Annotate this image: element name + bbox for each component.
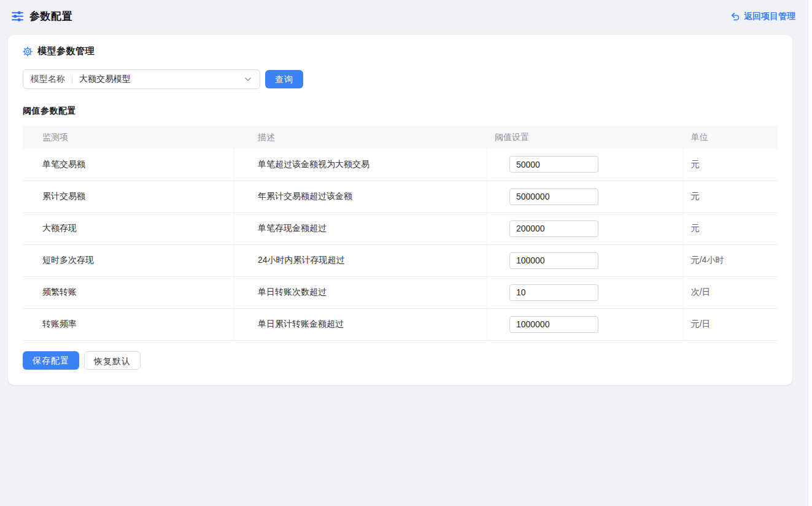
model-name-label: 模型名称 bbox=[31, 74, 65, 85]
monitor-item-cell: 转账频率 bbox=[23, 308, 234, 340]
gear-icon bbox=[23, 47, 33, 56]
description-cell: 单日转账次数超过 bbox=[234, 276, 487, 308]
threshold-input[interactable] bbox=[509, 220, 598, 237]
back-link-label: 返回项目管理 bbox=[744, 11, 795, 22]
model-parameter-card: 模型参数管理 模型名称 大额交易模型 查询 阈值参数配置 监测项 描述 阈值设置… bbox=[8, 35, 792, 385]
description-cell: 单日累计转账金额超过 bbox=[234, 308, 487, 340]
threshold-cell bbox=[487, 276, 683, 308]
model-name-value: 大额交易模型 bbox=[79, 74, 244, 85]
table-row: 短时多次存现 24小时内累计存现超过 元/4小时 bbox=[23, 244, 778, 276]
threshold-input[interactable] bbox=[509, 252, 598, 269]
monitor-item-cell: 单笔交易额 bbox=[23, 149, 234, 181]
col-header-item: 监测项 bbox=[23, 126, 234, 149]
filter-row: 模型名称 大额交易模型 查询 bbox=[23, 69, 778, 89]
chevron-down-icon bbox=[244, 75, 252, 84]
threshold-cell bbox=[487, 244, 683, 276]
table-header-row: 监测项 描述 阈值设置 单位 bbox=[23, 126, 778, 149]
threshold-input[interactable] bbox=[509, 189, 598, 205]
undo-icon bbox=[730, 12, 740, 21]
table-row: 大额存现 单笔存现金额超过 元 bbox=[23, 212, 778, 244]
threshold-table-body: 单笔交易额 单笔超过该金额视为大额交易 元 累计交易额 年累计交易额超过该金额 … bbox=[23, 149, 778, 340]
threshold-cell bbox=[487, 181, 683, 212]
unit-cell: 元 bbox=[683, 181, 778, 212]
panel-title: 模型参数管理 bbox=[37, 45, 95, 57]
col-header-desc: 描述 bbox=[234, 126, 487, 149]
col-header-value: 阈值设置 bbox=[487, 126, 683, 149]
sliders-icon bbox=[11, 10, 24, 23]
threshold-input[interactable] bbox=[509, 156, 598, 173]
table-row: 转账频率 单日累计转账金额超过 元/日 bbox=[23, 308, 778, 340]
query-button[interactable]: 查询 bbox=[265, 70, 303, 88]
back-to-project-link[interactable]: 返回项目管理 bbox=[730, 11, 795, 22]
unit-cell: 元/4小时 bbox=[683, 244, 778, 276]
description-cell: 单笔存现金额超过 bbox=[234, 212, 487, 244]
model-name-select[interactable]: 模型名称 大额交易模型 bbox=[23, 69, 260, 89]
monitor-item-cell: 大额存现 bbox=[23, 212, 234, 244]
table-row: 频繁转账 单日转账次数超过 次/日 bbox=[23, 276, 778, 308]
threshold-cell bbox=[487, 308, 683, 340]
threshold-table: 监测项 描述 阈值设置 单位 单笔交易额 单笔超过该金额视为大额交易 元 累计交… bbox=[23, 126, 778, 341]
threshold-input[interactable] bbox=[509, 316, 598, 333]
unit-cell: 次/日 bbox=[683, 276, 778, 308]
select-divider bbox=[72, 75, 72, 84]
threshold-input[interactable] bbox=[509, 284, 598, 301]
actions-row: 保存配置 恢复默认 bbox=[23, 351, 778, 370]
unit-cell: 元 bbox=[683, 149, 778, 181]
monitor-item-cell: 频繁转账 bbox=[23, 276, 234, 308]
unit-cell: 元 bbox=[683, 212, 778, 244]
page-header: 参数配置 bbox=[11, 9, 72, 23]
scrollbar-track[interactable] bbox=[808, 0, 812, 506]
monitor-item-cell: 短时多次存现 bbox=[23, 244, 234, 276]
save-config-button[interactable]: 保存配置 bbox=[23, 351, 79, 370]
table-row: 单笔交易额 单笔超过该金额视为大额交易 元 bbox=[23, 149, 778, 181]
page-title: 参数配置 bbox=[29, 9, 72, 23]
restore-default-button[interactable]: 恢复默认 bbox=[84, 351, 141, 370]
description-cell: 单笔超过该金额视为大额交易 bbox=[234, 149, 487, 181]
description-cell: 24小时内累计存现超过 bbox=[234, 244, 487, 276]
monitor-item-cell: 累计交易额 bbox=[23, 181, 234, 212]
description-cell: 年累计交易额超过该金额 bbox=[234, 181, 487, 212]
panel-header: 模型参数管理 bbox=[23, 45, 778, 57]
table-row: 累计交易额 年累计交易额超过该金额 元 bbox=[23, 181, 778, 212]
threshold-cell bbox=[487, 212, 683, 244]
unit-cell: 元/日 bbox=[683, 308, 778, 340]
col-header-unit: 单位 bbox=[683, 126, 778, 149]
topbar: 参数配置 返回项目管理 bbox=[0, 0, 812, 33]
threshold-section-title: 阈值参数配置 bbox=[23, 106, 778, 117]
threshold-cell bbox=[487, 149, 683, 181]
